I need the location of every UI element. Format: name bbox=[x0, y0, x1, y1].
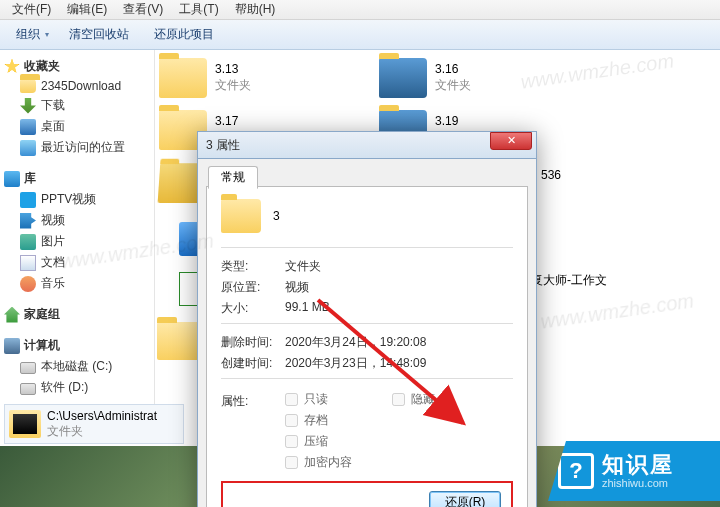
checkbox-hidden[interactable]: 隐藏 bbox=[392, 389, 435, 410]
folder-item[interactable]: 3.13文件夹 bbox=[155, 54, 255, 102]
dialog-titlebar[interactable]: 3 属性 ✕ bbox=[197, 131, 537, 159]
brand-name: 知识屋 bbox=[602, 453, 674, 477]
item-type: 文件夹 bbox=[435, 78, 471, 94]
sidebar-item-2345download[interactable]: 2345Download bbox=[4, 77, 150, 95]
restore-item-button[interactable]: 还原此项目 bbox=[144, 23, 229, 46]
library-icon bbox=[4, 171, 20, 187]
value-origin: 视频 bbox=[285, 279, 309, 296]
sidebar-item-pictures[interactable]: 图片 bbox=[4, 231, 150, 252]
menu-view[interactable]: 查看(V) bbox=[115, 0, 171, 20]
homegroup-header[interactable]: 家庭组 bbox=[4, 304, 150, 325]
hdd-icon bbox=[20, 383, 36, 395]
video-icon bbox=[20, 213, 36, 229]
label-deleted: 删除时间: bbox=[221, 334, 285, 351]
download-icon bbox=[20, 98, 36, 114]
restore-highlight-box: 还原(R) bbox=[221, 481, 513, 507]
folder-name-field[interactable] bbox=[271, 207, 513, 225]
sidebar-item-music[interactable]: 音乐 bbox=[4, 273, 150, 294]
folder-thumb-icon bbox=[9, 410, 41, 438]
checkbox-encrypt[interactable]: 加密内容 bbox=[285, 452, 513, 473]
checkbox-compress[interactable]: 压缩 bbox=[285, 431, 513, 452]
item-name: 3.16 bbox=[435, 62, 471, 78]
menu-tools[interactable]: 工具(T) bbox=[171, 0, 226, 20]
label-size: 大小: bbox=[221, 300, 285, 317]
value-size: 99.1 MB bbox=[285, 300, 330, 317]
value-created: 2020年3月23日，14:48:09 bbox=[285, 355, 426, 372]
properties-dialog: 3 属性 ✕ 常规 类型:文件夹 原位置:视频 大小:99.1 MB 删除时间:… bbox=[197, 131, 537, 507]
sidebar-item-videos[interactable]: 视频 bbox=[4, 210, 150, 231]
details-pane: C:\Users\Administrat 文件夹 bbox=[4, 404, 184, 444]
sidebar-item-drive-d[interactable]: 软件 (D:) bbox=[4, 377, 150, 398]
item-type: 文件夹 bbox=[215, 78, 251, 94]
item-fragment: 536 bbox=[541, 168, 561, 182]
sidebar-item-desktop[interactable]: 桌面 bbox=[4, 116, 150, 137]
label-type: 类型: bbox=[221, 258, 285, 275]
nav-sidebar: 收藏夹 2345Download 下载 桌面 最近访问的位置 库 PPTV视频 … bbox=[0, 50, 155, 430]
label-created: 创建时间: bbox=[221, 355, 285, 372]
tab-general[interactable]: 常规 bbox=[208, 166, 258, 189]
brand-mark-icon: ? bbox=[558, 453, 594, 489]
picture-icon bbox=[20, 234, 36, 250]
empty-recycle-button[interactable]: 清空回收站 bbox=[59, 23, 144, 46]
folder-item[interactable]: 3.16文件夹 bbox=[375, 54, 475, 102]
brand-domain: zhishiwu.com bbox=[602, 477, 674, 489]
value-deleted: 2020年3月24日，19:20:08 bbox=[285, 334, 426, 351]
home-icon bbox=[4, 307, 20, 323]
document-icon bbox=[20, 255, 36, 271]
dialog-title: 3 属性 bbox=[206, 137, 490, 154]
tab-page-general: 类型:文件夹 原位置:视频 大小:99.1 MB 删除时间:2020年3月24日… bbox=[206, 187, 528, 507]
item-name: 3.17 bbox=[215, 114, 251, 130]
checkbox-archive[interactable]: 存档 bbox=[285, 410, 513, 431]
pptv-icon bbox=[20, 192, 36, 208]
recent-icon bbox=[20, 140, 36, 156]
menu-file[interactable]: 文件(F) bbox=[4, 0, 59, 20]
label-origin: 原位置: bbox=[221, 279, 285, 296]
folder-icon bbox=[20, 79, 36, 93]
computer-header[interactable]: 计算机 bbox=[4, 335, 150, 356]
star-icon bbox=[4, 59, 20, 75]
computer-icon bbox=[4, 338, 20, 354]
sidebar-item-documents[interactable]: 文档 bbox=[4, 252, 150, 273]
libraries-header[interactable]: 库 bbox=[4, 168, 150, 189]
folder-large-icon bbox=[221, 199, 261, 233]
sidebar-item-recent[interactable]: 最近访问的位置 bbox=[4, 137, 150, 158]
details-path: C:\Users\Administrat bbox=[47, 409, 157, 423]
hdd-icon bbox=[20, 362, 36, 374]
music-icon bbox=[20, 276, 36, 292]
folder-icon bbox=[379, 58, 427, 98]
sidebar-item-drive-c[interactable]: 本地磁盘 (C:) bbox=[4, 356, 150, 377]
menu-help[interactable]: 帮助(H) bbox=[227, 0, 284, 20]
close-button[interactable]: ✕ bbox=[490, 132, 532, 150]
toolbar: 组织 清空回收站 还原此项目 bbox=[0, 20, 720, 50]
desktop-icon bbox=[20, 119, 36, 135]
sidebar-item-downloads[interactable]: 下载 bbox=[4, 95, 150, 116]
organize-button[interactable]: 组织 bbox=[6, 23, 59, 46]
sidebar-item-pptv[interactable]: PPTV视频 bbox=[4, 189, 150, 210]
checkbox-readonly[interactable]: 只读 bbox=[285, 389, 328, 410]
item-name: 3.19 bbox=[435, 114, 471, 130]
details-type: 文件夹 bbox=[47, 423, 157, 440]
menu-bar: 文件(F) 编辑(E) 查看(V) 工具(T) 帮助(H) bbox=[0, 0, 720, 20]
label-attributes: 属性: bbox=[221, 389, 285, 473]
restore-button[interactable]: 还原(R) bbox=[429, 491, 501, 507]
tab-strip: 常规 bbox=[206, 165, 528, 187]
folder-icon bbox=[159, 58, 207, 98]
menu-edit[interactable]: 编辑(E) bbox=[59, 0, 115, 20]
item-name: 3.13 bbox=[215, 62, 251, 78]
value-type: 文件夹 bbox=[285, 258, 321, 275]
brand-logo: ? 知识屋 zhishiwu.com bbox=[548, 441, 720, 501]
